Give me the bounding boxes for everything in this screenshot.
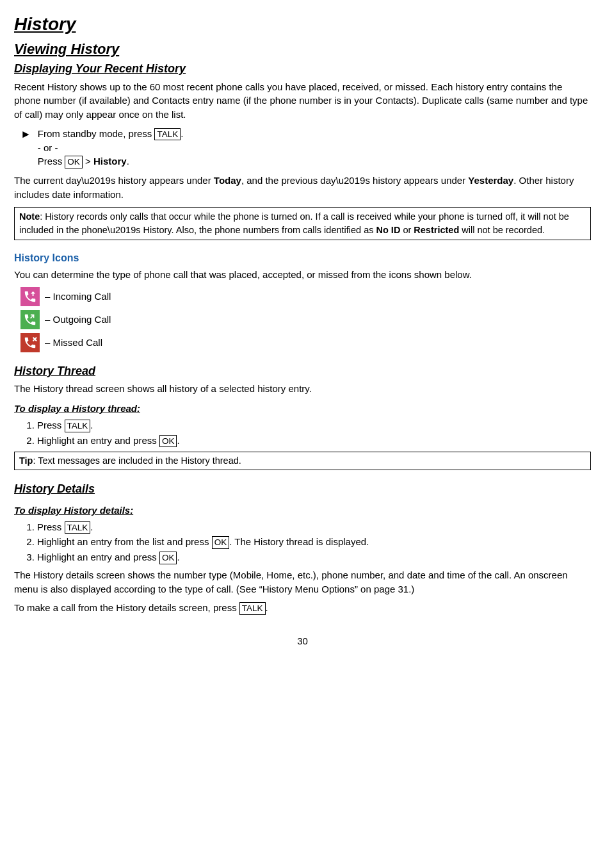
missed-call-label: – Missed Call [45, 336, 102, 350]
details-step-1: Press TALK. [37, 520, 591, 534]
talk-key-details-final: TALK [239, 602, 266, 615]
missed-call-icon [20, 333, 40, 352]
displaying-title: Displaying Your Recent History [14, 60, 591, 77]
press-ok-text: Press OK > History. [38, 156, 129, 167]
incoming-call-row: – Incoming Call [20, 287, 591, 306]
history-icons-title: History Icons [14, 250, 591, 265]
history-details-steps: Press TALK. Highlight an entry from the … [37, 520, 591, 564]
outgoing-call-icon [20, 310, 40, 329]
missed-phone-svg [23, 336, 37, 350]
current-day-text: The current day\u2019s history appears u… [14, 175, 574, 200]
outgoing-call-row: – Outgoing Call [20, 310, 591, 329]
outgoing-call-label: – Outgoing Call [45, 313, 111, 327]
talk-key-thread: TALK [65, 420, 91, 432]
outgoing-phone-svg [23, 313, 37, 327]
tip-box: Tip: Text messages are included in the H… [14, 452, 591, 470]
talk-key-1: TALK [154, 128, 181, 141]
display-thread-title: To display a History thread: [14, 402, 591, 416]
history-details-section: History Details To display History detai… [14, 480, 591, 615]
ok-key-details-3: OK [159, 552, 177, 564]
thread-step-2: Highlight an entry and press OK. [37, 434, 591, 448]
standby-bullet: ► From standby mode, press TALK. - or - … [20, 127, 591, 168]
missed-call-row: – Missed Call [20, 333, 591, 352]
ok-key-thread: OK [159, 435, 177, 448]
ok-key-1: OK [65, 156, 83, 168]
history-thread-body: The History thread screen shows all hist… [14, 382, 591, 396]
display-details-title: To display History details: [14, 504, 591, 518]
note-box: Note: History records only calls that oc… [14, 207, 591, 240]
current-day-para: The current day\u2019s history appears u… [14, 174, 591, 202]
bullet-content: From standby mode, press TALK. - or - Pr… [38, 127, 591, 168]
details-step-2: Highlight an entry from the list and pre… [37, 535, 591, 549]
ok-key-details-2: OK [212, 536, 230, 549]
incoming-call-label: – Incoming Call [45, 290, 111, 304]
from-standby-text: From standby mode, press [38, 128, 155, 139]
page-number: 30 [14, 634, 591, 648]
history-thread-section: History Thread The History thread screen… [14, 363, 591, 470]
incoming-phone-svg [23, 290, 37, 304]
bullet-arrow-icon: ► [20, 127, 31, 142]
details-body2: To make a call from the History details … [14, 601, 591, 615]
history-thread-title: History Thread [14, 363, 591, 379]
history-icons-section: History Icons You can determine the type… [14, 250, 591, 352]
note-label: Note: History records only calls that oc… [19, 211, 569, 235]
talk-key-details-1: TALK [65, 521, 91, 534]
incoming-call-icon [20, 287, 40, 306]
history-details-title: History Details [14, 480, 591, 497]
history-thread-steps: Press TALK. Highlight an entry and press… [37, 418, 591, 448]
thread-step-1: Press TALK. [37, 418, 591, 432]
or-text: - or - [38, 142, 58, 153]
page-title: History [14, 12, 591, 38]
details-body1: The History details screen shows the num… [14, 568, 591, 596]
history-icons-body: You can determine the type of phone call… [14, 268, 591, 282]
displaying-body: Recent History shows up to the 60 most r… [14, 80, 591, 122]
tip-label: Tip: Text messages are included in the H… [19, 455, 241, 466]
details-step-3: Highlight an entry and press OK. [37, 550, 591, 564]
viewing-history-title: Viewing History [14, 39, 591, 60]
